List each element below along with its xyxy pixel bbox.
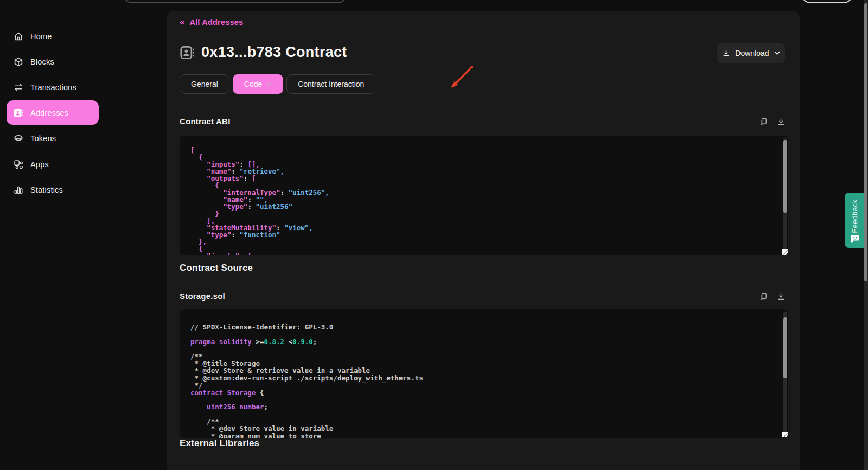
transfer-arrows-icon [13,82,24,93]
tab-label: Code [244,80,262,88]
search-bar-partial[interactable] [124,0,346,3]
contact-card-icon [13,107,24,118]
copy-icon[interactable] [759,117,768,126]
tab-general[interactable]: General [180,74,229,94]
tab-code[interactable]: Code ✓ [233,74,283,94]
home-icon [13,31,24,42]
main-panel: « All Addresses 0x13...b783 Contract Gen… [167,11,800,470]
external-libraries-heading: External Libraries [180,438,259,449]
chat-smiley-icon [850,234,859,243]
breadcrumb-all-addresses[interactable]: « All Addresses [180,18,243,27]
cube-icon [13,56,24,67]
contract-abi-code: [ { "inputs": [], "name": "retrieve", "o… [190,136,774,255]
chevron-down-icon [774,51,780,55]
source-scrollbar-thumb[interactable] [783,317,787,378]
abi-resize-handle[interactable] [782,249,788,255]
contract-source-heading: Contract Source [180,263,253,274]
sidebar-item-label: Tokens [30,134,56,143]
sidebar-item-apps[interactable]: Apps [7,152,99,176]
sidebar-item-label: Statistics [30,186,63,194]
bar-chart-icon [13,185,24,195]
sidebar-item-label: Addresses [30,109,68,117]
title-row: 0x13...b783 Contract [180,44,347,61]
tab-label: Contract Interaction [298,80,364,88]
sidebar-item-transactions[interactable]: Transactions [7,75,99,99]
topright-button-partial[interactable] [801,0,853,3]
annotation-arrow [445,63,478,96]
contract-abi-heading: Contract ABI [180,117,231,126]
feedback-label: Feedback [851,199,859,233]
download-abi-icon[interactable] [776,117,786,126]
copy-icon[interactable] [759,292,768,301]
source-file-name: Storage.sol [180,291,225,301]
download-icon [722,49,730,58]
contact-card-icon [180,45,195,60]
source-code-block[interactable]: // SPDX-License-Identifier: GPL-3.0 prag… [180,309,788,438]
source-resize-handle[interactable] [782,432,788,437]
check-icon: ✓ [266,80,272,88]
sidebar-item-addresses[interactable]: Addresses [7,100,99,125]
source-code: // SPDX-License-Identifier: GPL-3.0 prag… [190,309,774,438]
tab-row: General Code ✓ Contract Interaction [180,74,375,94]
sidebar-item-statistics[interactable]: Statistics [7,177,99,202]
sidebar: Home Blocks Transactions Addresses Token… [0,0,122,470]
sidebar-item-home[interactable]: Home [7,24,99,48]
sidebar-item-tokens[interactable]: Tokens [7,126,99,150]
contract-abi-code-block[interactable]: [ { "inputs": [], "name": "retrieve", "o… [180,136,788,255]
coin-icon [13,133,24,144]
page-title: 0x13...b783 Contract [201,44,347,61]
sidebar-item-label: Blocks [30,58,54,66]
sidebar-item-label: Apps [30,160,49,169]
download-source-icon[interactable] [776,292,786,301]
sidebar-item-label: Home [30,32,52,41]
tab-label: General [191,80,218,88]
apps-grid-icon [13,159,24,170]
download-label: Download [735,49,769,58]
sidebar-item-blocks[interactable]: Blocks [7,49,99,74]
page-scrollbar-thumb[interactable] [864,3,867,281]
breadcrumb-label: All Addresses [189,18,243,27]
download-button[interactable]: Download [717,43,785,63]
tab-contract-interaction[interactable]: Contract Interaction [286,74,375,94]
abi-scrollbar-thumb[interactable] [783,140,787,213]
double-chevron-left-icon: « [180,18,184,27]
feedback-button[interactable]: Feedback [845,193,864,248]
sidebar-item-label: Transactions [30,83,76,92]
